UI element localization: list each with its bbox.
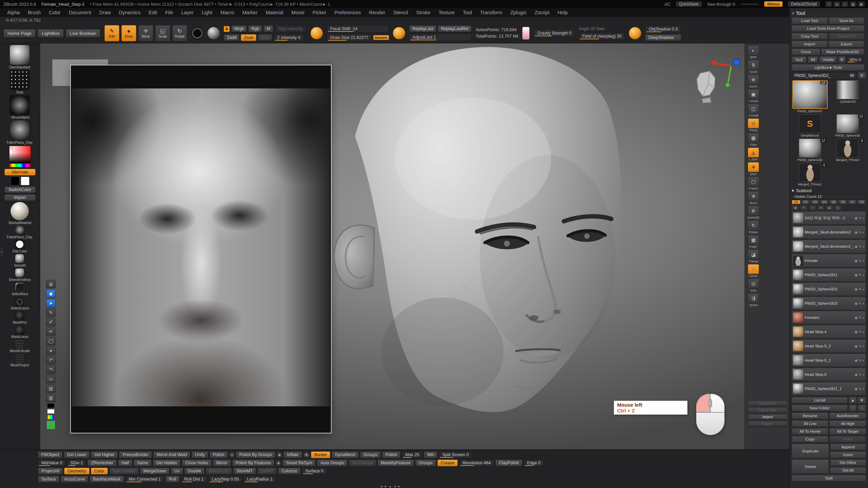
tool-panel-button[interactable]: Load Tool bbox=[792, 17, 828, 24]
shelf-tool[interactable]: ◎ Solo bbox=[748, 279, 759, 292]
dock-button[interactable]: Uv bbox=[171, 468, 183, 474]
visibility-eye-icon[interactable]: ◉ bbox=[855, 373, 858, 377]
paint-mode-button[interactable]: M bbox=[263, 25, 273, 32]
new-folder-button[interactable]: New Folder bbox=[792, 405, 848, 411]
paint-mode-button[interactable]: Mrgb bbox=[231, 25, 247, 32]
strip-tool-icon[interactable]: ◉ bbox=[46, 289, 56, 298]
dock-button[interactable]: Groups bbox=[360, 451, 381, 458]
menu-item[interactable]: Document bbox=[65, 9, 95, 16]
sculpted-head-model[interactable] bbox=[331, 47, 632, 448]
tool-slot[interactable]: 13 PM3D_Sphere3E bbox=[830, 114, 866, 137]
tool-panel-button[interactable]: R bbox=[838, 56, 846, 63]
dock-button[interactable]: Polish bbox=[210, 451, 228, 458]
polypaint-icon[interactable]: ✎ bbox=[859, 344, 862, 348]
shelf-tool[interactable]: ◐ BPR bbox=[748, 45, 759, 59]
menu-item[interactable]: Brush bbox=[24, 9, 44, 16]
transform-mode-button[interactable]: ↻ Rotate bbox=[172, 25, 187, 41]
menu-item[interactable]: Light bbox=[198, 9, 216, 16]
default-zscript-button[interactable]: DefaultZScript bbox=[788, 1, 820, 7]
gravity-strength-slider[interactable]: Gravity Strength 0 bbox=[534, 29, 575, 37]
shelf-nav-button[interactable]: Live Boolean bbox=[66, 29, 100, 38]
subtool-filter-icon[interactable]: ◫ bbox=[834, 205, 842, 210]
dock-button[interactable]: DynaMesh bbox=[332, 451, 359, 458]
polypaint-icon[interactable]: ✎ bbox=[859, 216, 862, 220]
folder-up-icon[interactable]: ↑ bbox=[849, 405, 857, 411]
menu-item[interactable]: Preferences bbox=[331, 9, 364, 16]
subtool-view-tab[interactable]: V7 bbox=[848, 200, 857, 204]
tool-panel-button[interactable]: Make PolyMesh3D bbox=[821, 48, 864, 55]
dock-button[interactable]: ClayPolish bbox=[495, 460, 522, 466]
transform-mode-button[interactable]: ◱ Scale bbox=[155, 25, 170, 41]
subtool-item[interactable]: Female ◉ ✎ ◐ bbox=[792, 254, 866, 267]
document-canvas[interactable]: + Mouse left Ctrl + Z bbox=[40, 43, 745, 449]
texture-strip-button[interactable]: Import bbox=[748, 414, 787, 420]
reference-photo-frame[interactable] bbox=[71, 65, 331, 433]
move-up-icon[interactable]: ▲ bbox=[849, 397, 857, 404]
subtool-filter-icon[interactable]: ✎ bbox=[800, 205, 808, 210]
dock-button[interactable]: ✳ bbox=[303, 452, 310, 458]
all-to-home-button[interactable]: All To Home bbox=[792, 428, 828, 435]
strip-gradient-swatch[interactable] bbox=[47, 415, 55, 420]
dock-button[interactable]: FreezeBorder bbox=[119, 451, 152, 458]
left-tray-collapse-handle[interactable]: ‹ bbox=[0, 247, 3, 256]
interface-config-icon[interactable]: ◫ bbox=[842, 1, 848, 7]
visibility-eye-icon[interactable]: ◉ bbox=[855, 344, 858, 348]
list-all-button[interactable]: List All bbox=[792, 397, 848, 404]
visibility-eye-icon[interactable]: ◉ bbox=[855, 302, 858, 305]
shelf-tool[interactable]: ▢ Frame bbox=[748, 177, 759, 190]
texture-strip-button[interactable]: Export bbox=[748, 421, 787, 426]
autoreorder-button[interactable]: AutoReorder bbox=[829, 412, 866, 419]
strip-tool-icon[interactable]: ▭ bbox=[46, 375, 56, 383]
subtool-view-tab[interactable]: V4 bbox=[820, 200, 829, 204]
transform-mode-button[interactable]: ✎ Edit bbox=[104, 25, 119, 41]
menu-item[interactable]: Draw bbox=[96, 9, 115, 16]
replay-button[interactable]: ReplayLast bbox=[409, 25, 437, 32]
subtool-item[interactable]: Merged_Skull-decimation2_4 ◉ ✎ ◐ bbox=[792, 240, 866, 253]
subtool-item[interactable]: PM3D_Sphere3D1 ◉ ✎ ◐ bbox=[792, 268, 866, 282]
duplicate-button[interactable]: Duplicate bbox=[792, 444, 829, 458]
dock-button[interactable]: FillObject bbox=[38, 451, 62, 458]
dock-button[interactable]: Crease bbox=[437, 460, 458, 466]
objshadow-slider[interactable]: ObjShadow 0.3 bbox=[645, 25, 681, 33]
tool-panel-button[interactable]: Clone bbox=[792, 48, 820, 55]
dock-button[interactable]: Min Connected 1 bbox=[125, 476, 164, 483]
interface-config-icon[interactable]: ❐ bbox=[825, 1, 832, 7]
dock-button[interactable]: Half bbox=[118, 460, 132, 466]
sculpt-mode-button[interactable]: Zcut bbox=[258, 34, 272, 41]
dock-button[interactable]: Same bbox=[134, 460, 152, 466]
tool-panel-button[interactable]: Export bbox=[829, 41, 865, 47]
shelf-tool[interactable]: ◬ L.Sym bbox=[748, 147, 759, 161]
hue-strip[interactable] bbox=[9, 164, 31, 167]
visibility-eye-icon[interactable]: ◉ bbox=[855, 316, 858, 320]
subtool-item[interactable]: Female1 ◉ ✎ ◐ bbox=[792, 311, 866, 324]
subtool-item[interactable]: Head Step-4 ◉ ✎ ◐ bbox=[792, 325, 866, 339]
move-down-icon[interactable]: ▼ bbox=[858, 397, 866, 404]
import-color-button[interactable]: Import bbox=[4, 194, 36, 201]
tool-slot[interactable]: 6 Merged_TPose1 bbox=[792, 163, 828, 186]
dock-button[interactable]: LazyStep 0.05 bbox=[209, 476, 242, 483]
menu-item[interactable]: Tool bbox=[459, 9, 476, 16]
menu-item[interactable]: File bbox=[161, 9, 177, 16]
dock-button[interactable]: ZRemesher bbox=[87, 460, 116, 466]
tool-panel-button[interactable]: Load Tools From Project bbox=[792, 25, 865, 32]
palette-slot[interactable]: SmoothValleys bbox=[9, 268, 31, 282]
main-color-swatch[interactable] bbox=[11, 177, 19, 185]
shelf-tool[interactable]: ↻ Rotate bbox=[748, 220, 759, 234]
polypaint-icon[interactable]: ✎ bbox=[859, 316, 862, 320]
replay-button[interactable]: ReplayLastRel bbox=[438, 25, 471, 32]
seethrough-slider[interactable] bbox=[741, 3, 759, 5]
visibility-eye-icon[interactable]: ◉ bbox=[855, 216, 858, 220]
subtool-view-tab[interactable]: V2 bbox=[801, 200, 810, 204]
menu-item[interactable]: Edit bbox=[145, 9, 161, 16]
shelf-tool[interactable]: ◪ Transp bbox=[748, 249, 759, 263]
subtool-view-tab[interactable]: V6 bbox=[839, 200, 847, 204]
dock-button[interactable]: Roll bbox=[165, 476, 180, 483]
sculpt-mode-button[interactable]: Zsub bbox=[241, 34, 256, 41]
menu-item[interactable]: Dynamics bbox=[115, 9, 144, 16]
uv-icon[interactable]: ◐ bbox=[863, 230, 865, 234]
dock-button[interactable]: Del Hidden bbox=[153, 460, 181, 466]
shelf-tool[interactable]: ✛ Qxyz bbox=[748, 162, 759, 176]
dock-button[interactable]: StoreMT bbox=[233, 468, 256, 474]
strip-tool-icon[interactable]: ▥ bbox=[46, 394, 56, 402]
dock-button[interactable]: Colorize bbox=[278, 468, 300, 474]
